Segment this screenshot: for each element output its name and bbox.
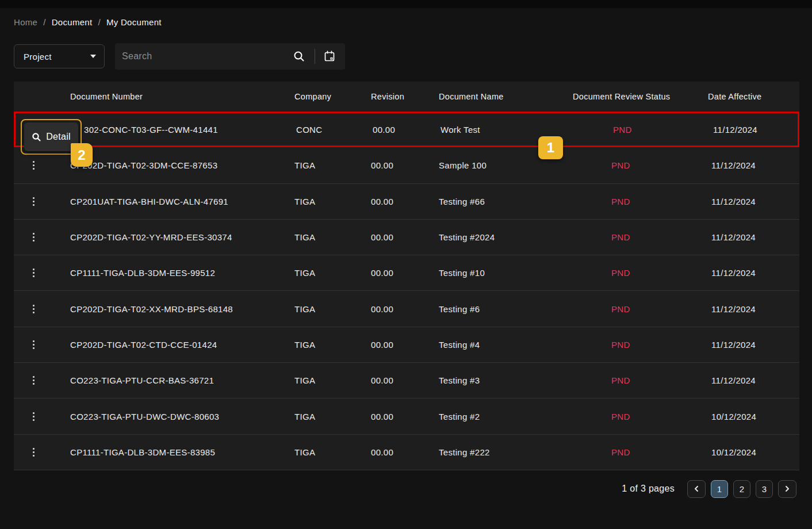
row-actions	[14, 410, 70, 423]
detail-button-label: Detail	[46, 132, 71, 142]
prev-page-button[interactable]	[687, 480, 706, 498]
pagination: 1 of 3 pages 1 2 3	[0, 480, 812, 498]
table-header-row: Document Number Company Revision Documen…	[14, 82, 799, 112]
chevron-left-icon	[692, 485, 700, 493]
cell-revision: 00.00	[371, 197, 439, 206]
cell-document-number: CP201UAT-TIGA-BHI-DWC-ALN-47691	[70, 197, 294, 206]
cell-document-number: CP1111-TIGA-DLB-3DM-EES-83985	[70, 447, 294, 457]
detail-button[interactable]: Detail	[24, 122, 78, 151]
breadcrumb-separator: /	[98, 17, 100, 27]
table-row[interactable]: CP1111-TIGA-DLB-3DM-EES-99512 TIGA 00.00…	[14, 255, 799, 290]
search-button[interactable]	[290, 48, 308, 65]
breadcrumb-home[interactable]: Home	[14, 17, 37, 27]
breadcrumb-my-document: My Document	[106, 17, 162, 27]
cell-revision: 00.00	[373, 125, 441, 135]
kebab-menu-icon	[33, 412, 35, 421]
cell-document-name: Testing #2	[439, 412, 573, 421]
cell-date-affective: 10/12/2024	[708, 447, 799, 457]
window-top-strip	[0, 0, 812, 8]
cell-company: TIGA	[294, 304, 371, 314]
row-menu-button[interactable]	[30, 410, 37, 423]
search-icon	[32, 132, 41, 142]
cell-document-name: Testing #3	[439, 375, 573, 385]
table-row[interactable]: CP202D-TIGA-T02-3DM-CCE-87653 TIGA 00.00…	[14, 147, 799, 183]
cell-company: TIGA	[294, 412, 371, 421]
row-menu-button[interactable]	[30, 338, 37, 351]
header-document-review-status: Document Review Status	[573, 92, 708, 101]
row-actions	[14, 195, 70, 208]
row-actions	[14, 159, 70, 172]
status-badge: PND	[573, 412, 708, 421]
page-button-1[interactable]: 1	[711, 480, 728, 498]
annotation-badge-2: 2	[71, 143, 93, 167]
cell-document-name: Testing #2024	[439, 232, 573, 242]
cell-revision: 00.00	[371, 340, 439, 350]
filter-bar: Project	[14, 43, 812, 70]
row-menu-button[interactable]	[30, 159, 37, 172]
row-menu-button[interactable]	[30, 266, 37, 279]
cell-revision: 00.00	[371, 304, 439, 314]
cell-company: TIGA	[294, 375, 371, 385]
row-menu-button[interactable]	[30, 231, 37, 244]
chevron-down-icon	[90, 55, 96, 58]
cell-date-affective: 10/12/2024	[708, 412, 799, 421]
cell-company: TIGA	[294, 268, 371, 278]
table-row[interactable]: 302-CONC-T03-GF--CWM-41441 CONC 00.00 Wo…	[14, 112, 799, 147]
cell-document-name: Testing #10	[439, 268, 573, 278]
documents-table: Document Number Company Revision Documen…	[14, 82, 799, 470]
header-date-affective: Date Affective	[708, 92, 799, 101]
cell-date-affective: 11/12/2024	[708, 268, 799, 278]
header-document-number: Document Number	[70, 92, 294, 101]
cell-company: TIGA	[294, 447, 371, 457]
cell-date-affective: 11/12/2024	[710, 125, 798, 135]
cell-date-affective: 11/12/2024	[708, 375, 799, 385]
kebab-menu-icon	[33, 448, 35, 457]
status-badge: PND	[573, 232, 708, 242]
date-filter-button[interactable]	[321, 48, 338, 65]
row-menu-button[interactable]	[30, 374, 37, 387]
cell-document-number: CO223-TIGA-PTU-CCR-BAS-36721	[70, 375, 294, 385]
kebab-menu-icon	[33, 269, 35, 277]
row-actions	[14, 338, 70, 351]
row-menu-button[interactable]	[30, 446, 37, 459]
row-menu-button[interactable]	[30, 195, 37, 208]
table-row[interactable]: CP201UAT-TIGA-BHI-DWC-ALN-47691 TIGA 00.…	[14, 183, 799, 219]
row-actions	[14, 266, 70, 279]
cell-revision: 00.00	[371, 232, 439, 242]
cell-company: TIGA	[294, 160, 371, 170]
annotation-badge-1: 1	[538, 136, 563, 159]
cell-document-number: CP202D-TIGA-T02-YY-MRD-EES-30374	[70, 232, 294, 242]
cell-document-number: CP202D-TIGA-T02-XX-MRD-BPS-68148	[70, 304, 294, 314]
cell-date-affective: 11/12/2024	[708, 160, 799, 170]
kebab-menu-icon	[33, 305, 35, 313]
table-row[interactable]: CP202D-TIGA-T02-XX-MRD-BPS-68148 TIGA 00…	[14, 290, 799, 326]
table-row[interactable]: CP202D-TIGA-T02-YY-MRD-EES-30374 TIGA 00…	[14, 219, 799, 255]
row-menu-button[interactable]	[30, 302, 37, 316]
cell-document-number: CO223-TIGA-PTU-DWC-DWC-80603	[70, 412, 294, 421]
project-dropdown[interactable]: Project	[14, 44, 105, 68]
table-row[interactable]: CP202D-TIGA-T02-CTD-CCE-01424 TIGA 00.00…	[14, 327, 799, 362]
row-actions	[14, 446, 70, 459]
page-button-2[interactable]: 2	[733, 480, 750, 498]
table-row[interactable]: CO223-TIGA-PTU-CCR-BAS-36721 TIGA 00.00 …	[14, 362, 799, 398]
cell-document-name: Testing #6	[439, 304, 573, 314]
cell-revision: 00.00	[371, 268, 439, 278]
status-badge: PND	[573, 268, 708, 278]
header-document-name: Document Name	[439, 92, 573, 101]
kebab-menu-icon	[33, 233, 35, 241]
kebab-menu-icon	[33, 340, 35, 349]
cell-revision: 00.00	[371, 447, 439, 457]
status-badge: PND	[573, 197, 708, 206]
page-summary: 1 of 3 pages	[622, 484, 675, 494]
table-row[interactable]: CO223-TIGA-PTU-DWC-DWC-80603 TIGA 00.00 …	[14, 398, 799, 434]
search-input[interactable]	[122, 51, 290, 62]
next-page-button[interactable]	[778, 480, 796, 498]
breadcrumb-document[interactable]: Document	[52, 17, 93, 27]
cell-revision: 00.00	[371, 160, 439, 170]
breadcrumb: Home / Document / My Document	[0, 8, 812, 27]
cell-company: TIGA	[294, 340, 371, 350]
table-row[interactable]: CP1111-TIGA-DLB-3DM-EES-83985 TIGA 00.00…	[14, 434, 799, 470]
page-button-3[interactable]: 3	[756, 480, 773, 498]
row-actions	[14, 231, 70, 244]
status-badge: PND	[573, 447, 708, 457]
